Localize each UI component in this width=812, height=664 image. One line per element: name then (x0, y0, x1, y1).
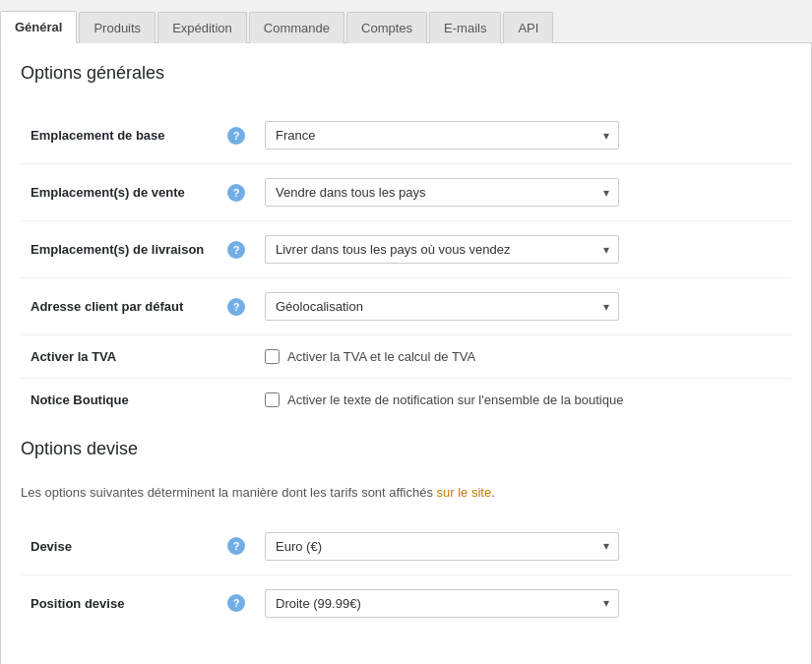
checkbox-notice_boutique[interactable] (265, 392, 280, 407)
general-options-table: Emplacement de base?FranceBelgiqueSuisse… (21, 107, 791, 421)
label-notice_boutique: Notice Boutique (21, 379, 218, 422)
help-cell-enable_tva (218, 335, 255, 379)
label-position_devise: Position devise (21, 574, 218, 632)
select-position_devise[interactable]: Droite (99.99€)Gauche (€99.99) (265, 589, 619, 618)
select-wrapper-base_location: FranceBelgiqueSuisseCanada (265, 121, 619, 150)
help-icon-default_address[interactable]: ? (227, 298, 245, 316)
tab-emails[interactable]: E-mails (429, 12, 501, 43)
checkbox-text-notice_boutique: Activer le texte de notification sur l'e… (287, 392, 623, 407)
input-cell-base_location: FranceBelgiqueSuisseCanada (255, 107, 791, 164)
label-devise: Devise (21, 518, 218, 575)
tab-commande[interactable]: Commande (249, 12, 344, 43)
select-wrapper-default_address: GéolocalisationAucune adresse par défaut… (265, 292, 619, 321)
label-base_location: Emplacement de base (21, 107, 218, 164)
tab-comptes[interactable]: Comptes (346, 12, 427, 43)
select-delivery_location[interactable]: Livrer dans tous les pays où vous vendez… (265, 235, 619, 264)
content-area: Options générales Emplacement de base?Fr… (0, 43, 812, 664)
help-cell-notice_boutique (218, 379, 255, 422)
label-default_address: Adresse client par défaut (21, 278, 218, 335)
checkbox-label-enable_tva[interactable]: Activer la TVA et le calcul de TVA (265, 349, 781, 364)
help-icon-sale_location[interactable]: ? (227, 184, 245, 202)
select-wrapper-delivery_location: Livrer dans tous les pays où vous vendez… (265, 235, 619, 264)
currency-options-table: Devise?Euro (€)Dollar ($)Livre sterling … (21, 518, 791, 632)
row-notice_boutique: Notice BoutiqueActiver le texte de notif… (21, 379, 791, 422)
tab-general[interactable]: Général (0, 11, 77, 43)
currency-description: Les options suivantes déterminent la man… (21, 483, 791, 503)
tab-api[interactable]: API (503, 12, 553, 43)
row-position_devise: Position devise?Droite (99.99€)Gauche (€… (21, 574, 791, 632)
row-default_address: Adresse client par défaut?Géolocalisatio… (21, 278, 791, 335)
select-wrapper-sale_location: Vendre dans tous les paysPays spécifique… (265, 178, 619, 207)
input-cell-sale_location: Vendre dans tous les paysPays spécifique… (255, 164, 791, 221)
label-sale_location: Emplacement(s) de vente (21, 164, 218, 221)
checkbox-label-notice_boutique[interactable]: Activer le texte de notification sur l'e… (265, 392, 781, 407)
help-icon-delivery_location[interactable]: ? (227, 241, 245, 259)
input-cell-devise: Euro (€)Dollar ($)Livre sterling (£) (255, 518, 791, 575)
input-cell-position_devise: Droite (99.99€)Gauche (€99.99) (255, 574, 791, 632)
currency-desc-link[interactable]: sur le site (437, 485, 492, 500)
select-sale_location[interactable]: Vendre dans tous les paysPays spécifique… (265, 178, 619, 207)
select-default_address[interactable]: GéolocalisationAucune adresse par défaut… (265, 292, 619, 321)
help-cell-default_address: ? (218, 278, 255, 335)
checkbox-enable_tva[interactable] (265, 349, 280, 364)
select-devise[interactable]: Euro (€)Dollar ($)Livre sterling (£) (265, 532, 619, 561)
help-cell-sale_location: ? (218, 164, 255, 221)
row-delivery_location: Emplacement(s) de livraison?Livrer dans … (21, 221, 791, 278)
select-wrapper-position_devise: Droite (99.99€)Gauche (€99.99) (265, 589, 619, 618)
general-options-title: Options générales (21, 63, 791, 91)
help-cell-delivery_location: ? (218, 221, 255, 278)
input-cell-default_address: GéolocalisationAucune adresse par défaut… (255, 278, 791, 335)
help-cell-devise: ? (218, 518, 255, 575)
help-icon-base_location[interactable]: ? (227, 127, 245, 145)
help-icon-devise[interactable]: ? (227, 537, 245, 555)
input-cell-enable_tva: Activer la TVA et le calcul de TVA (255, 335, 791, 379)
row-devise: Devise?Euro (€)Dollar ($)Livre sterling … (21, 518, 791, 575)
tabs-container: GénéralProduitsExpéditionCommandeComptes… (0, 0, 812, 43)
row-base_location: Emplacement de base?FranceBelgiqueSuisse… (21, 107, 791, 164)
tab-expedition[interactable]: Expédition (157, 12, 247, 43)
currency-desc-end: . (491, 485, 495, 500)
label-enable_tva: Activer la TVA (21, 335, 218, 379)
input-cell-notice_boutique: Activer le texte de notification sur l'e… (255, 379, 791, 422)
checkbox-text-enable_tva: Activer la TVA et le calcul de TVA (287, 349, 475, 364)
currency-desc-normal: Les options suivantes déterminent la man… (21, 485, 437, 500)
row-enable_tva: Activer la TVAActiver la TVA et le calcu… (21, 335, 791, 379)
select-wrapper-devise: Euro (€)Dollar ($)Livre sterling (£) (265, 532, 619, 561)
currency-options-title: Options devise (21, 439, 791, 467)
tab-produits[interactable]: Produits (79, 12, 156, 43)
help-cell-position_devise: ? (218, 574, 255, 632)
label-delivery_location: Emplacement(s) de livraison (21, 221, 218, 278)
help-icon-position_devise[interactable]: ? (227, 594, 245, 612)
help-cell-base_location: ? (218, 107, 255, 164)
row-sale_location: Emplacement(s) de vente?Vendre dans tous… (21, 164, 791, 221)
select-base_location[interactable]: FranceBelgiqueSuisseCanada (265, 121, 619, 150)
input-cell-delivery_location: Livrer dans tous les pays où vous vendez… (255, 221, 791, 278)
